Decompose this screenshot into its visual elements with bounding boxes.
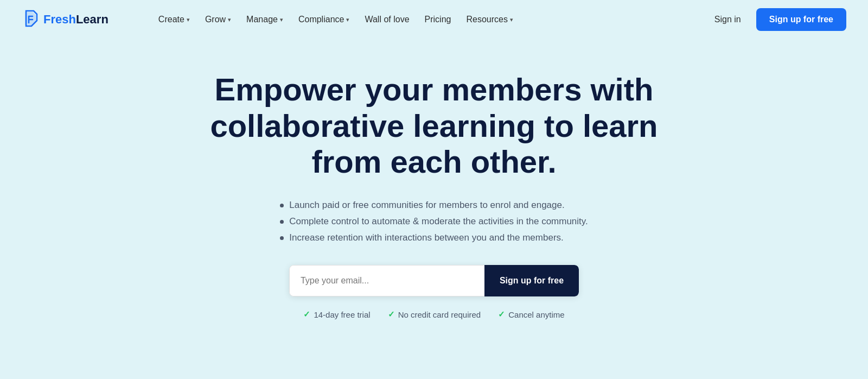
sign-in-button[interactable]: Sign in: [708, 10, 748, 29]
email-input[interactable]: [289, 265, 484, 296]
nav-item-create[interactable]: Create ▾: [152, 10, 196, 29]
check-icon: ✓: [388, 309, 395, 319]
email-form: Sign up for free: [289, 265, 579, 296]
nav-item-wall-of-love[interactable]: Wall of love: [358, 10, 416, 29]
hero-title: Empower your members with collaborative …: [190, 72, 678, 180]
hero-bullets: Launch paid or free communities for memb…: [280, 200, 588, 243]
chevron-down-icon: ▾: [187, 16, 190, 23]
navbar-left: FreshLearn Create ▾ Grow ▾ Manage ▾ Comp…: [22, 10, 520, 29]
nav-item-pricing[interactable]: Pricing: [418, 10, 458, 29]
trust-item-trial: ✓ 14-day free trial: [303, 309, 370, 319]
navbar: FreshLearn Create ▾ Grow ▾ Manage ▾ Comp…: [0, 0, 868, 39]
chevron-down-icon: ▾: [346, 16, 349, 23]
logo-text: FreshLearn: [43, 12, 108, 27]
bullet-item-1: Launch paid or free communities for memb…: [280, 200, 588, 211]
bullet-item-3: Increase retention with interactions bet…: [280, 232, 588, 243]
nav-item-resources[interactable]: Resources ▾: [459, 10, 519, 29]
bullet-item-2: Complete control to automate & moderate …: [280, 216, 588, 227]
chevron-down-icon: ▾: [510, 16, 513, 23]
email-submit-button[interactable]: Sign up for free: [484, 265, 579, 296]
nav-item-manage[interactable]: Manage ▾: [240, 10, 290, 29]
bullet-dot-icon: [280, 236, 284, 240]
check-icon: ✓: [498, 309, 505, 319]
nav-item-compliance[interactable]: Compliance ▾: [292, 10, 356, 29]
bullet-dot-icon: [280, 204, 284, 207]
chevron-down-icon: ▾: [228, 16, 231, 23]
sign-up-button[interactable]: Sign up for free: [756, 8, 846, 31]
main-nav: Create ▾ Grow ▾ Manage ▾ Compliance ▾ Wa…: [152, 10, 520, 29]
logo[interactable]: FreshLearn: [22, 10, 108, 29]
trust-item-no-credit-card: ✓ No credit card required: [388, 309, 481, 319]
bullet-dot-icon: [280, 220, 284, 224]
navbar-right: Sign in Sign up for free: [708, 8, 846, 31]
hero-section: Empower your members with collaborative …: [0, 39, 868, 341]
chevron-down-icon: ▾: [280, 16, 283, 23]
trust-item-cancel: ✓ Cancel anytime: [498, 309, 564, 319]
trust-badges: ✓ 14-day free trial ✓ No credit card req…: [303, 309, 564, 319]
check-icon: ✓: [303, 309, 310, 319]
nav-item-grow[interactable]: Grow ▾: [199, 10, 238, 29]
logo-icon: [22, 10, 39, 29]
